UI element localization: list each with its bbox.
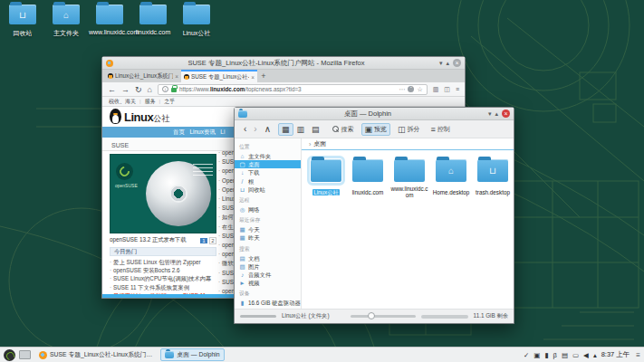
window-title: 桌面 — Dolphin xyxy=(250,110,485,119)
url-bar[interactable]: i https://www.linuxidc.com/topicnews.asp… xyxy=(158,84,428,95)
clipboard-icon[interactable]: ▣ xyxy=(533,348,540,362)
file-linuxidc[interactable]: linuxidc.com xyxy=(347,159,389,201)
hot-link[interactable]: ·SUSE Linux的CPU节电(调频)技术内幕 xyxy=(110,274,216,282)
battery-icon[interactable]: ▮ xyxy=(544,348,548,362)
opensuse-cd-image[interactable]: openSUSE xyxy=(110,154,216,233)
folder-icon xyxy=(96,5,123,24)
pager-1[interactable]: 1 xyxy=(200,238,207,243)
new-tab-button[interactable]: + xyxy=(257,71,270,82)
sidebar-item-images[interactable]: ▨图片 xyxy=(239,262,301,271)
task-firefox[interactable]: SUSE 专题_Linux公社-Linux系统门… xyxy=(34,348,157,361)
site-nav-items[interactable]: 首页 Linux资讯 Li xyxy=(173,127,225,138)
sidebar-item-harddisk[interactable]: ▮16.6 GiB 硬盘驱动器 xyxy=(239,299,301,307)
keyboard-icon[interactable]: ▤ xyxy=(562,348,568,362)
tab-suse-topic[interactable]: SUSE 专题_Linux公社-Linu × xyxy=(181,70,257,82)
bluetooth-icon[interactable]: β xyxy=(553,348,557,362)
pager-icon[interactable] xyxy=(19,350,31,359)
bookmarks-bar: 税收、海关 | 服务 | 之乎 xyxy=(102,97,465,107)
up-icon[interactable]: ∧ xyxy=(261,123,274,136)
maximize-icon[interactable]: ▴ xyxy=(495,110,498,118)
sidebar-item-trash[interactable]: ⊔回收站 xyxy=(239,186,301,194)
home-icon[interactable]: ⌂ xyxy=(148,83,152,96)
panel-scrollbar[interactable] xyxy=(240,315,276,318)
sidebar-item-desktop[interactable]: ▢桌面 xyxy=(235,160,301,168)
breadcrumb-folder[interactable]: 桌面 xyxy=(313,139,326,148)
hot-link[interactable]: ·openSUSE 安装Bochs 2.6 xyxy=(110,266,216,274)
bookmark-item[interactable]: 服务 xyxy=(145,98,156,106)
desktop-icon-linux-gongshe[interactable]: Linux公社 xyxy=(176,5,217,38)
tab-close-icon[interactable]: × xyxy=(175,73,178,80)
clock[interactable]: 8:37 上午 xyxy=(601,350,630,359)
tab-close-icon[interactable]: × xyxy=(251,74,255,81)
breadcrumb[interactable]: › 桌面 xyxy=(302,138,514,150)
bookmark-item[interactable]: 之乎 xyxy=(164,98,175,106)
hot-link[interactable]: ·SUSE 11 下文件系统恢复案例 xyxy=(110,283,216,291)
sidebar-item-network[interactable]: ◎网络 xyxy=(239,205,301,214)
file-trash-desktop[interactable]: ⊔ trash.desktop xyxy=(472,159,514,201)
sidebar-item-yesterday[interactable]: ▦昨天 xyxy=(239,233,301,242)
places-panel: 位置 ⌂主文件夹 ▢桌面 ↓下载 /根 ⊔回收站 远程 ◎网络 最近保存 ▦今天… xyxy=(235,138,302,309)
control-button[interactable]: ≡控制 xyxy=(428,123,454,136)
bookmark-item[interactable]: 税收、海关 xyxy=(109,98,136,106)
search-button[interactable]: 搜索 xyxy=(329,123,358,136)
display-icon[interactable]: ▭ xyxy=(572,348,579,362)
dolphin-statusbar: Linux公社 (文件夹) 11.1 GiB 剩余 xyxy=(235,309,514,323)
reload-icon[interactable]: ↻ xyxy=(135,83,142,96)
sidebar-item-documents[interactable]: ▤文档 xyxy=(239,254,301,262)
split-button[interactable]: ◫拆分 xyxy=(394,123,424,136)
minimize-icon[interactable]: ▾ xyxy=(439,59,443,67)
folder-icon xyxy=(352,159,383,182)
hot-link[interactable]: ·爱上 SUSE Linux 包管理的 Zypper xyxy=(110,258,216,266)
folder-icon: ⌂ xyxy=(436,159,466,182)
pocket-icon[interactable]: ˇ xyxy=(408,86,414,92)
library-icon[interactable]: ▥ xyxy=(433,86,439,93)
back-icon[interactable]: ← xyxy=(108,83,116,96)
zoom-slider[interactable] xyxy=(351,315,416,318)
desktop-icon-home[interactable]: ⌂ 主文件夹 xyxy=(45,5,87,38)
tab-favicon xyxy=(184,74,189,80)
sidebar-item-videos[interactable]: ►视频 xyxy=(239,279,301,287)
maximize-icon[interactable]: ▴ xyxy=(446,59,449,67)
preview-button[interactable]: ▣预览 xyxy=(361,123,391,136)
forward-icon[interactable]: › xyxy=(250,123,260,136)
tab-linux-gongshe[interactable]: Linux公社_Linux系统门户网 × xyxy=(105,70,181,82)
sidebar-toggle-icon[interactable]: ◫ xyxy=(444,86,450,93)
pager-2[interactable]: 2 xyxy=(209,237,216,244)
tray-expander-icon[interactable]: ▴ xyxy=(593,348,597,362)
firefox-titlebar[interactable]: SUSE 专题_Linux公社-Linux系统门户网站 - Mozilla Fi… xyxy=(102,57,465,70)
sidebar-item-today[interactable]: ▦今天 xyxy=(239,225,301,233)
desktop-icon-linuxidc[interactable]: linuxidc.com xyxy=(132,5,174,38)
sidebar-item-root[interactable]: /根 xyxy=(239,177,301,186)
view-details-button[interactable]: ▤ xyxy=(308,123,323,136)
view-icons-button[interactable]: ▦ xyxy=(278,123,293,136)
close-icon[interactable]: × xyxy=(502,110,510,118)
volume-icon[interactable]: ◀ xyxy=(583,348,589,362)
app-launcher-icon[interactable] xyxy=(4,349,15,361)
desktop-icon-trash[interactable]: ⊔ 回收站 xyxy=(2,5,43,38)
desktop-icon-www-linuxidc[interactable]: www.linuxidc.com xyxy=(89,5,130,38)
task-dolphin[interactable]: 桌面 — Dolphin xyxy=(160,348,224,361)
bookmark-star-icon[interactable]: ☆ xyxy=(417,86,422,93)
page-actions-icon[interactable]: ⋯ xyxy=(399,86,405,93)
menu-icon[interactable]: ≡ xyxy=(456,86,459,92)
zoom-slider-handle[interactable] xyxy=(368,312,375,319)
tab-bar: Linux公社_Linux系统门户网 × SUSE 专题_Linux公社-Lin… xyxy=(102,70,465,82)
forward-icon[interactable]: → xyxy=(121,83,130,96)
file-linux-gongshe[interactable]: Linux公社 xyxy=(305,159,347,201)
view-compact-button[interactable]: ▥ xyxy=(293,123,309,136)
cd-brand-label: openSUSE xyxy=(115,183,138,188)
notes-icon[interactable]: ✓ xyxy=(524,348,529,362)
sidebar-item-downloads[interactable]: ↓下载 xyxy=(239,168,301,176)
sidebar-item-home[interactable]: ⌂主文件夹 xyxy=(239,152,301,160)
file-www-linuxidc[interactable]: www.linuxidc.com xyxy=(389,159,430,201)
sidebar-item-audio[interactable]: ♪音频文件 xyxy=(239,271,301,279)
folder-icon: ⌂ xyxy=(53,5,80,24)
back-icon[interactable]: ‹ xyxy=(240,123,250,136)
dolphin-titlebar[interactable]: 桌面 — Dolphin ▾ ▴ × xyxy=(235,108,514,120)
close-icon[interactable]: × xyxy=(453,59,461,67)
panel-toggle-icon[interactable]: ≡ xyxy=(634,351,640,359)
feature-caption-link[interactable]: openSUSE 13.2 正式发布下载 xyxy=(110,236,198,244)
minimize-icon[interactable]: ▾ xyxy=(488,110,492,118)
site-info-icon[interactable]: i xyxy=(162,86,168,92)
file-home-desktop[interactable]: ⌂ Home.desktop xyxy=(430,159,472,201)
